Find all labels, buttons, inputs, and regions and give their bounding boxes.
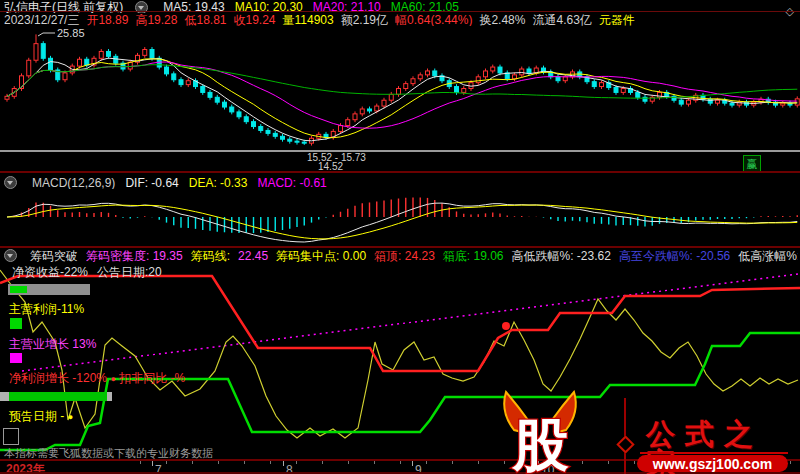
quote-field: 幅0.64(3.44%): [395, 14, 472, 26]
quote-info-bar: 2023/12/27/三开18.89高19.28低18.81收19.24量114…: [4, 14, 635, 26]
quote-field: 流通4.63亿: [532, 14, 591, 26]
macd-value: DIF: -0.64: [125, 177, 178, 189]
magenta-marker-square: [10, 353, 22, 363]
empty-box-icon: [3, 428, 19, 445]
minor-tick: [608, 461, 609, 464]
announce-date-label: 公告日期:20: [97, 266, 162, 278]
minor-tick: [270, 461, 271, 464]
quote-field: 开18.89: [86, 14, 128, 26]
bar-cap-left: [0, 392, 9, 401]
macd-chart-canvas: [0, 188, 800, 245]
macd-value: MACD(12,26,9): [32, 177, 115, 189]
red-dot-icon: ●: [110, 374, 115, 384]
main-profit-label: 主营利润-11%: [9, 303, 84, 315]
minor-tick: [322, 461, 323, 464]
macd-value: MACD: -0.61: [257, 177, 326, 189]
price-chart-canvas: [0, 26, 800, 150]
minor-tick: [426, 461, 427, 464]
roe-label: 净资收益-22%: [12, 266, 88, 278]
quote-field: 高19.28: [135, 14, 177, 26]
quote-field: 2023/12/27/三: [4, 14, 79, 26]
net-profit-growth-label: 净利润增长 -120% ● 扣非同比 -%: [9, 372, 185, 384]
minor-tick: [296, 461, 297, 464]
minor-tick: [634, 461, 635, 464]
logo-url[interactable]: www.gszj100.com: [637, 455, 788, 472]
minor-tick: [374, 461, 375, 464]
quote-field: 量114903: [283, 14, 334, 26]
svg-text:股: 股: [511, 413, 569, 474]
trading-app-window: 弘信电子(日线 前复权) MA5: 19.43MA10: 20.30MA20: …: [0, 0, 800, 474]
quote-field: 额2.19亿: [341, 14, 388, 26]
bar-cap-right: [107, 392, 112, 401]
pane-divider[interactable]: [0, 150, 800, 152]
quote-field: 收19.24: [234, 14, 276, 26]
frame-line: [0, 11, 800, 12]
month-tick: [283, 461, 284, 466]
quote-field: 元器件: [599, 14, 635, 26]
month-tick: [152, 461, 153, 466]
minor-tick: [140, 461, 141, 464]
macd-value: DEA: -0.33: [189, 177, 248, 189]
indicator-note: 本指标需要飞狐数据或下载的专业财务数据: [4, 448, 213, 459]
minor-tick: [192, 461, 193, 464]
month-tick: [412, 461, 413, 466]
big-green-bar: [9, 392, 107, 401]
high-annotation: 25.85: [57, 28, 85, 39]
minor-tick: [218, 461, 219, 464]
minor-tick: [244, 461, 245, 464]
revenue-growth-label: 主营业增长 13%: [9, 338, 96, 350]
minor-tick: [400, 461, 401, 464]
logo-underline: [640, 452, 788, 454]
minor-tick: [348, 461, 349, 464]
minor-tick: [452, 461, 453, 464]
green-marker-square: [10, 318, 22, 329]
quote-field: 低18.81: [184, 14, 226, 26]
quote-field: 换2.48%: [479, 14, 525, 26]
minor-tick: [166, 461, 167, 464]
forecast-date-label: 预告日期 - ●: [9, 410, 73, 422]
macd-values: MACD(12,26,9)DIF: -0.64DEA: -0.33MACD: -…: [32, 177, 327, 189]
bull-gu-emblem: 股: [496, 388, 588, 474]
frame-line: [0, 171, 800, 173]
progress-bar-fill: [10, 286, 27, 293]
yellow-dot-icon: ●: [68, 412, 73, 422]
minor-tick: [478, 461, 479, 464]
